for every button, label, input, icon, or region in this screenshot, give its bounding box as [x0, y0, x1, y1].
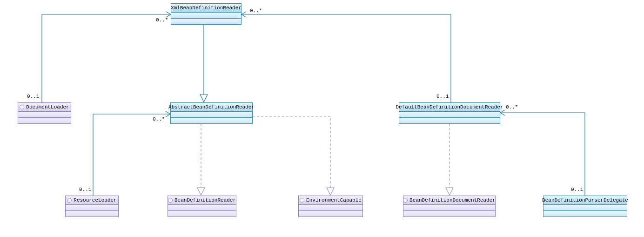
- interface-title: BeanDefinitionReader: [168, 196, 236, 205]
- interface-attr-compartment: [66, 205, 118, 211]
- interface-op-compartment: [403, 211, 495, 217]
- interface-documentloader: DocumentLoader: [18, 102, 71, 124]
- class-title: XmlBeanDefinitionReader: [171, 4, 241, 13]
- class-op-compartment: [171, 19, 241, 24]
- class-op-compartment: [543, 211, 627, 217]
- class-op-compartment: [399, 118, 500, 123]
- interface-attr-compartment: [168, 205, 236, 211]
- edge-xml-to-documentloader: [42, 12, 171, 102]
- interface-title-text: DocumentLoader: [26, 104, 69, 110]
- class-title-text: XmlBeanDefinitionReader: [171, 5, 242, 11]
- edge-abstract-to-resourceloader: [93, 111, 170, 196]
- edge-default-realizes-bddr: [446, 124, 453, 195]
- class-title-text: BeanDefinitionParserDelegate: [542, 197, 628, 203]
- multiplicity-label: 0..1: [571, 187, 583, 192]
- class-attr-compartment: [171, 13, 241, 19]
- edge-abstract-realizes-bdr: [197, 124, 205, 195]
- class-title: DefaultBeanDefinitionDocumentReader: [399, 103, 500, 112]
- interface-op-compartment: [66, 211, 118, 217]
- class-op-compartment: [171, 118, 252, 123]
- interface-title-text: EnvironmentCapable: [306, 197, 362, 203]
- interface-attr-compartment: [18, 112, 71, 118]
- interface-op-compartment: [18, 118, 71, 123]
- interface-title: EnvironmentCapable: [299, 196, 362, 205]
- multiplicity-label: 0..1: [436, 94, 449, 99]
- interface-title-text: ResourceLoader: [74, 197, 116, 203]
- class-title: AbstractBeanDefinitionReader: [171, 103, 252, 112]
- multiplicity-label: 0..*: [506, 104, 518, 110]
- class-title-text: DefaultBeanDefinitionDocumentReader: [396, 104, 503, 110]
- class-attr-compartment: [171, 112, 252, 118]
- interface-title: ResourceLoader: [66, 196, 118, 205]
- class-title-text: AbstractBeanDefinitionReader: [168, 104, 255, 110]
- interface-lollipop-icon: [67, 198, 72, 203]
- interface-resourceloader: ResourceLoader: [65, 196, 119, 217]
- edge-xml-to-abstract: [200, 25, 208, 102]
- interface-op-compartment: [168, 211, 236, 217]
- interface-title-text: BeanDefinitionReader: [174, 197, 236, 203]
- interface-title: BeanDefinitionDocumentReader: [403, 196, 495, 205]
- interface-lollipop-icon: [403, 198, 408, 203]
- class-beandefparserdelegate: BeanDefinitionParserDelegate: [543, 196, 627, 217]
- edge-abstract-realizes-envcap: [253, 116, 334, 195]
- class-attr-compartment: [543, 205, 627, 211]
- class-abstractbeandefinitionreader: AbstractBeanDefinitionReader: [170, 102, 253, 124]
- interface-lollipop-icon: [20, 105, 24, 109]
- class-title: BeanDefinitionParserDelegate: [543, 196, 627, 205]
- interface-environmentcapable: EnvironmentCapable: [298, 196, 363, 217]
- interface-attr-compartment: [299, 205, 362, 211]
- interface-lollipop-icon: [300, 198, 304, 203]
- class-defaultbeandefdocreader: DefaultBeanDefinitionDocumentReader: [399, 102, 500, 124]
- multiplicity-label: 0..*: [153, 116, 165, 122]
- interface-op-compartment: [299, 211, 362, 217]
- interface-attr-compartment: [403, 205, 495, 211]
- multiplicity-label: 0..*: [250, 8, 262, 14]
- interface-title: DocumentLoader: [18, 103, 71, 112]
- edge-default-to-parserdelegate: [500, 110, 585, 196]
- interface-lollipop-icon: [168, 198, 173, 203]
- interface-title-text: BeanDefinitionDocumentReader: [409, 197, 496, 203]
- interface-beandefinitionreader: BeanDefinitionReader: [168, 196, 236, 217]
- multiplicity-label: 0..1: [27, 94, 39, 99]
- class-xmlbeandefinitionreader: XmlBeanDefinitionReader: [171, 3, 242, 25]
- edge-xml-to-defaultdocreader: [242, 12, 451, 102]
- interface-beandefdocreader: BeanDefinitionDocumentReader: [403, 196, 496, 217]
- multiplicity-label: 0..1: [79, 187, 91, 192]
- class-attr-compartment: [399, 112, 500, 118]
- multiplicity-label: 0..*: [156, 17, 168, 23]
